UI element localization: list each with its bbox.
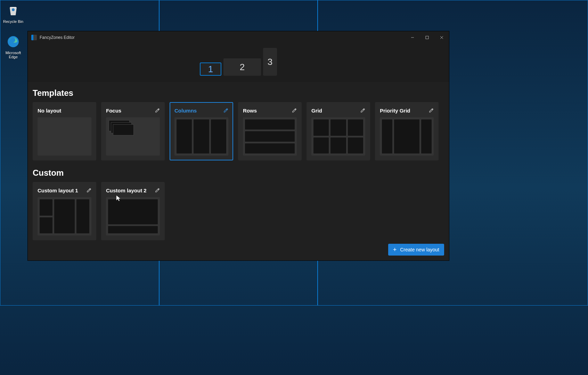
svg-rect-1: [426, 36, 428, 39]
template-card-rows[interactable]: Rows: [238, 102, 302, 160]
app-icon: [31, 35, 37, 40]
create-new-layout-label: Create new layout: [400, 247, 439, 252]
custom-card-2[interactable]: Custom layout 2: [101, 182, 165, 240]
card-title: Columns: [174, 108, 197, 114]
card-title: Focus: [106, 108, 121, 114]
desktop-icon-label: Recycle Bin: [3, 19, 23, 24]
titlebar[interactable]: FancyZones Editor: [28, 31, 449, 44]
preview-focus: [106, 117, 160, 156]
preview-columns: [174, 117, 228, 156]
template-card-columns[interactable]: Columns: [170, 102, 233, 160]
desktop: Recycle Bin Microsoft Edge FancyZones Ed…: [0, 0, 588, 375]
preview-no-layout: [38, 117, 91, 156]
card-title: Custom layout 1: [38, 188, 78, 193]
desktop-icon-label: Microsoft Edge: [1, 51, 26, 59]
edge-icon: [6, 34, 21, 49]
template-card-focus[interactable]: Focus: [101, 102, 165, 160]
preview-grid: [311, 117, 365, 156]
monitor-tab-1[interactable]: 1: [200, 62, 221, 76]
custom-card-1[interactable]: Custom layout 1: [33, 182, 96, 240]
monitor-label: 3: [268, 57, 272, 67]
preview-rows: [243, 117, 297, 156]
preview-custom-2: [106, 197, 160, 235]
editor-content: Templates No layout Focus: [28, 82, 449, 260]
window-title: FancyZones Editor: [40, 35, 75, 40]
create-new-layout-button[interactable]: + Create new layout: [388, 244, 444, 256]
edit-icon[interactable]: [360, 108, 365, 113]
custom-row: Custom layout 1 Custom layout 2: [33, 182, 444, 240]
desktop-icon-recycle-bin[interactable]: Recycle Bin: [1, 3, 26, 24]
monitor-tab-3[interactable]: 3: [263, 48, 277, 76]
preview-priority-grid: [380, 117, 434, 156]
custom-heading: Custom: [33, 168, 444, 178]
plus-icon: +: [393, 247, 397, 253]
desktop-icon-edge[interactable]: Microsoft Edge: [1, 34, 26, 59]
preview-custom-1: [38, 197, 91, 235]
minimize-button[interactable]: [405, 31, 420, 44]
card-title: No layout: [38, 108, 61, 114]
edit-icon[interactable]: [292, 108, 297, 113]
card-title: Rows: [243, 108, 257, 114]
fancyzones-editor-window: FancyZones Editor 1 2 3 Templates: [28, 31, 449, 260]
templates-row: No layout Focus: [33, 102, 444, 160]
recycle-bin-icon: [6, 3, 21, 18]
edit-icon[interactable]: [155, 108, 160, 113]
monitor-label: 1: [208, 64, 213, 75]
template-card-no-layout[interactable]: No layout: [33, 102, 96, 160]
template-card-grid[interactable]: Grid: [307, 102, 370, 160]
card-title: Grid: [311, 108, 322, 114]
card-title: Priority Grid: [380, 108, 410, 114]
cursor-icon: [116, 195, 121, 203]
templates-heading: Templates: [33, 88, 444, 98]
close-button[interactable]: [434, 31, 449, 44]
card-title: Custom layout 2: [106, 188, 147, 193]
monitor-tab-2[interactable]: 2: [223, 58, 261, 76]
edit-icon[interactable]: [223, 108, 228, 113]
edit-icon[interactable]: [155, 188, 160, 193]
template-card-priority-grid[interactable]: Priority Grid: [375, 102, 439, 160]
edit-icon[interactable]: [87, 188, 91, 193]
maximize-button[interactable]: [420, 31, 434, 44]
monitor-label: 2: [240, 62, 245, 73]
edit-icon[interactable]: [429, 108, 434, 113]
monitor-selector: 1 2 3: [28, 44, 449, 82]
